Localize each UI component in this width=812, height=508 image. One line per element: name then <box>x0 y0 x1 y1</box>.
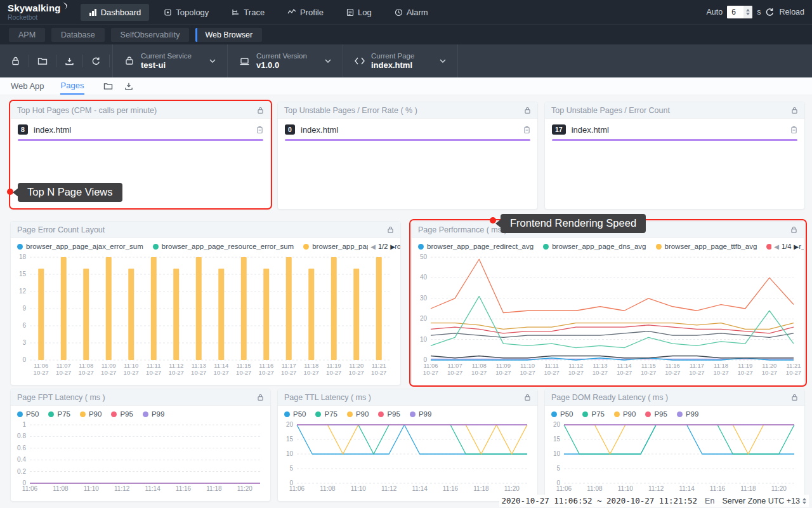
legend-item[interactable]: P50 <box>551 410 573 418</box>
tab-web-app[interactable]: Web App <box>10 78 45 94</box>
nav-item-trace[interactable]: Trace <box>223 4 273 21</box>
annotation-tooltip-frontend-rendering: Frontend Rendering Speed <box>501 214 646 233</box>
code-icon <box>355 57 365 65</box>
bar-chart-canvas[interactable]: 036912151811:0610-2711:0710-2711:0810-27… <box>11 252 400 382</box>
lock-icon[interactable] <box>257 394 264 401</box>
legend-item[interactable]: P99 <box>143 410 164 418</box>
server-zone-label: Server Zone UTC +13 <box>722 497 800 505</box>
folder-icon[interactable] <box>103 82 113 90</box>
nav-item-topology[interactable]: Topology <box>155 4 217 21</box>
lock-icon[interactable] <box>524 107 531 114</box>
lock-button[interactable] <box>3 56 29 66</box>
legend-next-icon[interactable]: ▶ <box>390 243 395 250</box>
svg-text:11:0710-27: 11:0710-27 <box>56 362 71 376</box>
legend-item[interactable]: P90 <box>80 410 102 418</box>
svg-text:11:1810-27: 11:1810-27 <box>713 362 728 376</box>
legend-prev-icon[interactable]: ◀ <box>774 243 779 250</box>
legend-item[interactable]: browser_app_page_dns_avg <box>543 243 646 250</box>
card-header: Page DOM Ready Latency ( ms ) <box>545 389 804 406</box>
card-page-fpt-latency: Page FPT Latency ( ms ) P50P75P90P95P99 … <box>10 389 271 502</box>
group-tab-selfobservability[interactable]: SelfObservability <box>111 28 190 42</box>
legend-dot-icon <box>315 411 321 417</box>
top-page-row[interactable]: 0 index.html <box>285 124 530 135</box>
export-template-button[interactable] <box>56 57 82 66</box>
card-header: Top Unstable Pages / Error Count <box>545 102 804 119</box>
top-page-row[interactable]: 8 index.html <box>18 124 263 135</box>
legend-page-indicator: 1/2 <box>378 243 388 250</box>
lock-icon[interactable] <box>790 226 797 234</box>
svg-text:11:2110-27: 11:2110-27 <box>371 362 386 376</box>
reload-icon[interactable] <box>765 8 775 17</box>
svg-text:15: 15 <box>553 436 561 443</box>
card-page-error-count-chart: Page Error Count Layout browser_app_page… <box>10 221 401 385</box>
svg-text:11:08: 11:08 <box>53 485 69 492</box>
legend-item[interactable]: browser_app_page_ttfb_avg <box>656 243 757 250</box>
auto-interval-input[interactable] <box>727 6 743 18</box>
lock-icon[interactable] <box>791 394 798 401</box>
group-tab-apm[interactable]: APM <box>9 28 45 42</box>
reload-label[interactable]: Reload <box>779 8 804 17</box>
top-page-row[interactable]: 17 index.html <box>552 124 797 135</box>
legend-item[interactable]: P99 <box>410 410 431 418</box>
time-range-picker[interactable]: 2020-10-27 11:06:52 ~ 2020-10-27 11:21:5… <box>502 496 698 505</box>
lock-icon[interactable] <box>387 226 394 234</box>
current-service-selector[interactable]: Current Service test-ui <box>112 44 227 77</box>
svg-text:11:20: 11:20 <box>771 485 787 492</box>
legend-item[interactable]: P90 <box>347 410 369 418</box>
zone-stepper[interactable] <box>802 498 806 504</box>
value-badge: 8 <box>18 124 28 135</box>
copy-icon[interactable] <box>790 126 797 134</box>
line-chart-canvas[interactable]: 0510152011:0611:0811:1011:1211:1411:1611… <box>278 420 537 496</box>
legend-item[interactable]: P50 <box>17 410 39 418</box>
copy-icon[interactable] <box>256 126 263 134</box>
tab-pages[interactable]: Pages <box>60 77 85 95</box>
page-name: index.html <box>572 125 609 135</box>
svg-text:11:2010-27: 11:2010-27 <box>349 362 364 376</box>
card-title: Top Hot Pages (CPM - calls per minute) <box>17 106 157 115</box>
line-chart-canvas[interactable]: 00.20.40.60.8111:0611:0811:1011:1211:141… <box>11 420 270 496</box>
refresh-templates-button[interactable] <box>83 57 109 66</box>
line-chart-canvas[interactable]: 0102030405011:0610-2711:0710-2711:0810-2… <box>412 252 804 382</box>
legend-item[interactable]: browser_app_page_ajax_error_sum <box>17 243 143 250</box>
legend-prev-icon[interactable]: ◀ <box>370 243 376 250</box>
download-icon[interactable] <box>124 82 133 91</box>
legend-item[interactable]: P75 <box>582 410 604 418</box>
nav-item-label: Dashboard <box>101 8 141 17</box>
copy-icon[interactable] <box>523 126 530 134</box>
chart-legend: P50P75P90P95P99 <box>545 406 804 420</box>
svg-text:11:1410-27: 11:1410-27 <box>617 362 632 376</box>
legend-item[interactable]: P75 <box>48 410 70 418</box>
lock-icon[interactable] <box>524 394 531 401</box>
legend-item[interactable]: P99 <box>677 410 698 418</box>
current-version-value: v1.0.0 <box>256 60 315 70</box>
nav-item-alarm[interactable]: Alarm <box>386 4 436 21</box>
nav-item-dashboard[interactable]: Dashboard <box>81 4 150 21</box>
page-name: index.html <box>34 125 71 135</box>
current-version-selector[interactable]: Current Version v1.0.0 <box>227 44 343 77</box>
legend-item[interactable]: P95 <box>378 410 400 418</box>
lock-icon[interactable] <box>791 107 798 114</box>
language-switch[interactable]: En <box>705 497 714 505</box>
legend-next-icon[interactable]: ▶ <box>794 243 799 250</box>
legend-item[interactable]: P75 <box>315 410 337 418</box>
legend-item[interactable]: P95 <box>645 410 667 418</box>
nav-item-log[interactable]: Log <box>338 4 380 21</box>
group-tab-database[interactable]: Database <box>51 28 105 42</box>
auto-interval-stepper[interactable] <box>743 6 752 18</box>
lock-icon[interactable] <box>257 107 264 114</box>
app-logo[interactable]: Skywalking Rocketbot <box>8 3 69 21</box>
card-title: Top Unstable Pages / Error Count <box>551 106 670 115</box>
svg-text:11:18: 11:18 <box>740 485 756 492</box>
legend-item[interactable]: browser_app_page_resource_error_sum <box>153 243 294 250</box>
legend-item[interactable]: P50 <box>284 410 306 418</box>
card-page-dom-ready-latency: Page DOM Ready Latency ( ms ) P50P75P90P… <box>544 389 805 502</box>
legend-item[interactable]: P95 <box>111 410 133 418</box>
legend-item[interactable]: browser_app_page_redirect_avg <box>418 243 534 250</box>
import-template-button[interactable] <box>29 57 56 65</box>
svg-text:11:1210-27: 11:1210-27 <box>568 362 584 376</box>
current-page-selector[interactable]: Current Page index.html <box>343 44 458 77</box>
legend-item[interactable]: P90 <box>614 410 636 418</box>
nav-item-profile[interactable]: Profile <box>279 4 332 21</box>
group-tab-web-browser[interactable]: Web Browser <box>195 28 262 42</box>
line-chart-canvas[interactable]: 0510152011:0611:0811:1011:1211:1411:1611… <box>545 420 804 496</box>
